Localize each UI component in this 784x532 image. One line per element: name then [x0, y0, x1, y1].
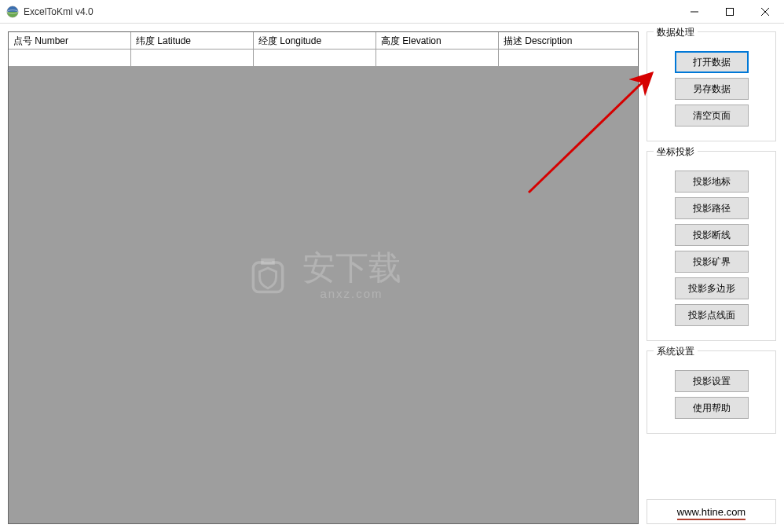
group-data: 数据处理 打开数据 另存数据 清空页面: [647, 31, 776, 141]
col-number[interactable]: 点号 Number: [9, 32, 131, 49]
window-title: ExcelToKml v4.0: [24, 6, 93, 17]
projection-settings-button[interactable]: 投影设置: [675, 370, 749, 392]
project-path-button[interactable]: 投影路径: [675, 197, 749, 219]
watermark: 安下载 anxz.com: [246, 251, 401, 299]
col-latitude[interactable]: 纬度 Latitude: [131, 32, 254, 49]
svg-rect-3: [726, 8, 733, 15]
svg-line-4: [761, 8, 769, 16]
data-grid[interactable]: 点号 Number 纬度 Latitude 经度 Longitude 高度 El…: [8, 31, 639, 524]
side-panel: 数据处理 打开数据 另存数据 清空页面 坐标投影 投影地标 投影路径 投影断线 …: [647, 31, 776, 524]
svg-line-5: [761, 8, 769, 16]
group-system: 系统设置 投影设置 使用帮助: [647, 350, 776, 434]
clear-page-button[interactable]: 清空页面: [675, 105, 749, 127]
title-bar: ExcelToKml v4.0: [0, 0, 784, 24]
col-longitude[interactable]: 经度 Longitude: [254, 32, 376, 49]
project-placemark-button[interactable]: 投影地标: [675, 171, 749, 193]
project-breakline-button[interactable]: 投影断线: [675, 224, 749, 246]
project-mine-button[interactable]: 投影矿界: [675, 251, 749, 273]
close-button[interactable]: [747, 0, 782, 23]
table-row[interactable]: [9, 50, 638, 67]
save-data-button[interactable]: 另存数据: [675, 78, 749, 100]
watermark-sub: anxz.com: [320, 288, 383, 299]
col-description[interactable]: 描述 Description: [499, 32, 638, 49]
link-box: www.htine.com: [647, 499, 776, 524]
content-area: 点号 Number 纬度 Latitude 经度 Longitude 高度 El…: [0, 24, 784, 532]
shield-icon: [246, 253, 290, 297]
group-data-title: 数据处理: [654, 26, 698, 39]
minimize-button[interactable]: [676, 0, 712, 23]
group-projection-title: 坐标投影: [654, 145, 698, 159]
app-icon: [6, 6, 19, 18]
col-elevation[interactable]: 高度 Elevation: [376, 32, 499, 49]
project-plp-button[interactable]: 投影点线面: [675, 304, 749, 326]
website-link[interactable]: www.htine.com: [677, 506, 746, 520]
open-data-button[interactable]: 打开数据: [675, 51, 749, 73]
group-system-title: 系统设置: [654, 345, 698, 358]
help-button[interactable]: 使用帮助: [675, 397, 749, 419]
maximize-button[interactable]: [712, 0, 747, 23]
project-polygon-button[interactable]: 投影多边形: [675, 277, 749, 299]
grid-header: 点号 Number 纬度 Latitude 经度 Longitude 高度 El…: [9, 32, 638, 50]
watermark-main: 安下载: [302, 251, 401, 284]
group-projection: 坐标投影 投影地标 投影路径 投影断线 投影矿界 投影多边形 投影点线面: [647, 151, 776, 341]
